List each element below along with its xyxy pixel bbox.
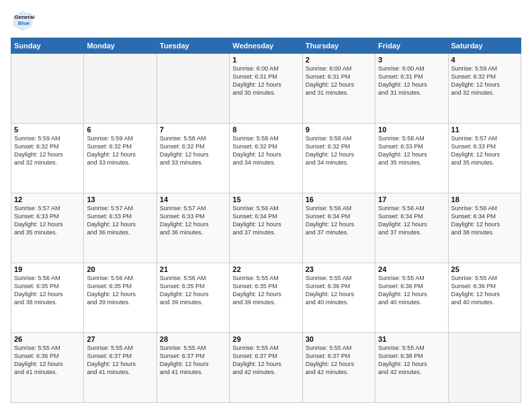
calendar-week-row: 19Sunrise: 5:56 AM Sunset: 6:35 PM Dayli… [11,263,521,333]
calendar-cell: 17Sunrise: 5:56 AM Sunset: 6:34 PM Dayli… [375,193,448,263]
calendar-cell: 22Sunrise: 5:55 AM Sunset: 6:35 PM Dayli… [230,263,302,333]
weekday-header: Sunday [11,38,84,54]
day-info: Sunrise: 5:55 AM Sunset: 6:37 PM Dayligh… [87,344,153,377]
day-info: Sunrise: 6:00 AM Sunset: 6:31 PM Dayligh… [232,64,299,97]
day-info: Sunrise: 6:00 AM Sunset: 6:31 PM Dayligh… [378,64,445,97]
calendar-week-row: 1Sunrise: 6:00 AM Sunset: 6:31 PM Daylig… [11,54,521,124]
day-number: 27 [87,335,153,343]
header: General Blue [11,8,521,32]
day-info: Sunrise: 5:55 AM Sunset: 6:36 PM Dayligh… [306,274,372,307]
day-number: 10 [378,126,445,134]
logo-icon: General Blue [11,8,35,32]
calendar-cell: 3Sunrise: 6:00 AM Sunset: 6:31 PM Daylig… [375,54,448,124]
day-number: 5 [14,126,81,134]
calendar-cell: 7Sunrise: 5:58 AM Sunset: 6:32 PM Daylig… [157,124,229,193]
day-info: Sunrise: 5:56 AM Sunset: 6:34 PM Dayligh… [451,204,518,237]
calendar-cell: 9Sunrise: 5:58 AM Sunset: 6:32 PM Daylig… [302,124,375,193]
calendar-table: SundayMondayTuesdayWednesdayThursdayFrid… [11,38,521,403]
day-number: 3 [378,56,445,64]
day-number: 25 [451,265,518,273]
day-info: Sunrise: 5:58 AM Sunset: 6:33 PM Dayligh… [378,134,445,167]
day-number: 31 [378,335,445,343]
day-number: 29 [232,335,299,343]
day-number: 24 [378,265,445,273]
day-number: 1 [232,56,299,64]
day-info: Sunrise: 5:59 AM Sunset: 6:32 PM Dayligh… [451,64,518,97]
day-number: 30 [306,335,372,343]
calendar-cell: 16Sunrise: 5:56 AM Sunset: 6:34 PM Dayli… [302,193,375,263]
day-number: 18 [451,195,518,203]
day-info: Sunrise: 5:57 AM Sunset: 6:33 PM Dayligh… [87,204,153,237]
day-number: 22 [232,265,299,273]
calendar-cell: 1Sunrise: 6:00 AM Sunset: 6:31 PM Daylig… [230,54,302,124]
calendar-cell [157,54,229,124]
calendar-cell: 2Sunrise: 6:00 AM Sunset: 6:31 PM Daylig… [302,54,375,124]
calendar-cell: 4Sunrise: 5:59 AM Sunset: 6:32 PM Daylig… [448,54,521,124]
calendar-cell: 5Sunrise: 5:59 AM Sunset: 6:32 PM Daylig… [11,124,84,193]
day-info: Sunrise: 5:56 AM Sunset: 6:35 PM Dayligh… [14,274,81,307]
calendar-cell: 8Sunrise: 5:58 AM Sunset: 6:32 PM Daylig… [230,124,302,193]
calendar-cell: 21Sunrise: 5:56 AM Sunset: 6:35 PM Dayli… [157,263,229,333]
day-info: Sunrise: 5:55 AM Sunset: 6:37 PM Dayligh… [232,344,299,377]
day-number: 6 [87,126,153,134]
day-info: Sunrise: 5:55 AM Sunset: 6:37 PM Dayligh… [160,344,226,377]
day-number: 4 [451,56,518,64]
day-number: 20 [87,265,153,273]
day-number: 26 [14,335,81,343]
day-number: 9 [306,126,372,134]
weekday-header: Friday [375,38,448,54]
calendar-cell: 25Sunrise: 5:55 AM Sunset: 6:36 PM Dayli… [448,263,521,333]
calendar-cell [448,333,521,403]
calendar-cell: 28Sunrise: 5:55 AM Sunset: 6:37 PM Dayli… [157,333,229,403]
day-info: Sunrise: 5:55 AM Sunset: 6:37 PM Dayligh… [306,344,372,377]
day-number: 12 [14,195,81,203]
calendar-cell: 30Sunrise: 5:55 AM Sunset: 6:37 PM Dayli… [302,333,375,403]
day-number: 11 [451,126,518,134]
calendar-cell: 29Sunrise: 5:55 AM Sunset: 6:37 PM Dayli… [230,333,302,403]
day-number: 13 [87,195,153,203]
calendar-cell: 12Sunrise: 5:57 AM Sunset: 6:33 PM Dayli… [11,193,84,263]
day-number: 8 [232,126,299,134]
day-number: 7 [160,126,226,134]
day-info: Sunrise: 5:57 AM Sunset: 6:33 PM Dayligh… [451,134,518,167]
calendar-week-row: 26Sunrise: 5:55 AM Sunset: 6:36 PM Dayli… [11,333,521,403]
day-number: 21 [160,265,226,273]
day-number: 19 [14,265,81,273]
calendar-cell: 23Sunrise: 5:55 AM Sunset: 6:36 PM Dayli… [302,263,375,333]
day-number: 23 [306,265,372,273]
calendar-cell: 24Sunrise: 5:55 AM Sunset: 6:36 PM Dayli… [375,263,448,333]
calendar-cell: 10Sunrise: 5:58 AM Sunset: 6:33 PM Dayli… [375,124,448,193]
day-info: Sunrise: 5:55 AM Sunset: 6:36 PM Dayligh… [451,274,518,307]
day-info: Sunrise: 5:55 AM Sunset: 6:35 PM Dayligh… [232,274,299,307]
day-info: Sunrise: 5:56 AM Sunset: 6:35 PM Dayligh… [160,274,226,307]
calendar-cell: 31Sunrise: 5:55 AM Sunset: 6:38 PM Dayli… [375,333,448,403]
calendar-cell: 13Sunrise: 5:57 AM Sunset: 6:33 PM Dayli… [84,193,157,263]
day-info: Sunrise: 5:58 AM Sunset: 6:32 PM Dayligh… [160,134,226,167]
day-number: 16 [306,195,372,203]
weekday-header: Thursday [302,38,375,54]
day-number: 28 [160,335,226,343]
day-info: Sunrise: 5:56 AM Sunset: 6:34 PM Dayligh… [306,204,372,237]
day-info: Sunrise: 5:55 AM Sunset: 6:38 PM Dayligh… [378,344,445,377]
day-info: Sunrise: 5:57 AM Sunset: 6:33 PM Dayligh… [160,204,226,237]
calendar-cell: 11Sunrise: 5:57 AM Sunset: 6:33 PM Dayli… [448,124,521,193]
calendar-week-row: 5Sunrise: 5:59 AM Sunset: 6:32 PM Daylig… [11,124,521,193]
day-info: Sunrise: 5:56 AM Sunset: 6:35 PM Dayligh… [87,274,153,307]
calendar-header-row: SundayMondayTuesdayWednesdayThursdayFrid… [11,38,521,54]
svg-text:Blue: Blue [18,20,30,26]
calendar-cell: 6Sunrise: 5:59 AM Sunset: 6:32 PM Daylig… [84,124,157,193]
calendar-cell: 19Sunrise: 5:56 AM Sunset: 6:35 PM Dayli… [11,263,84,333]
weekday-header: Saturday [448,38,521,54]
day-info: Sunrise: 5:58 AM Sunset: 6:32 PM Dayligh… [306,134,372,167]
day-info: Sunrise: 6:00 AM Sunset: 6:31 PM Dayligh… [306,64,372,97]
logo: General Blue [11,8,38,32]
calendar-week-row: 12Sunrise: 5:57 AM Sunset: 6:33 PM Dayli… [11,193,521,263]
day-info: Sunrise: 5:57 AM Sunset: 6:33 PM Dayligh… [14,204,81,237]
svg-text:General: General [14,14,34,20]
weekday-header: Wednesday [230,38,302,54]
calendar-cell: 15Sunrise: 5:56 AM Sunset: 6:34 PM Dayli… [230,193,302,263]
day-info: Sunrise: 5:56 AM Sunset: 6:34 PM Dayligh… [378,204,445,237]
calendar-cell: 20Sunrise: 5:56 AM Sunset: 6:35 PM Dayli… [84,263,157,333]
page: General Blue SundayMondayTuesdayWednesda… [0,0,532,411]
day-info: Sunrise: 5:59 AM Sunset: 6:32 PM Dayligh… [87,134,153,167]
